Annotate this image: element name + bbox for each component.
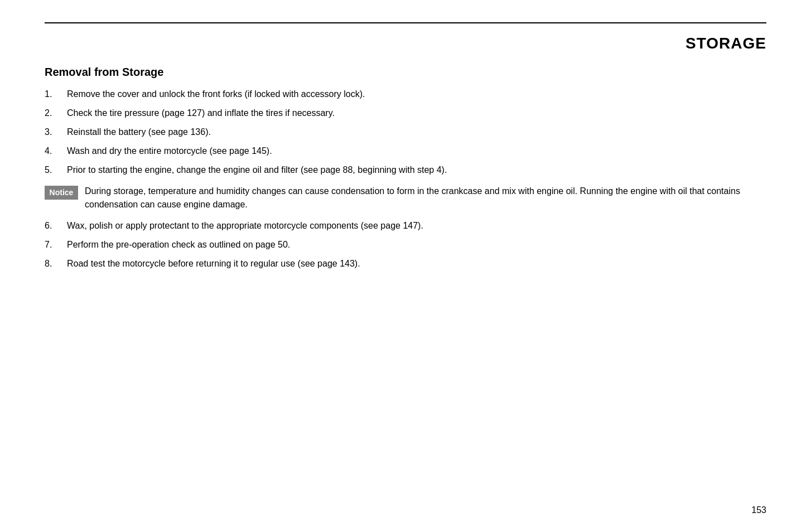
list-text: Wash and dry the entire motorcycle (see … bbox=[67, 144, 766, 158]
list-item: 4.Wash and dry the entire motorcycle (se… bbox=[45, 144, 766, 158]
list-item: 3.Reinstall the battery (see page 136). bbox=[45, 125, 766, 139]
list-text: Road test the motorcycle before returnin… bbox=[67, 257, 766, 270]
main-list: 1.Remove the cover and unlock the front … bbox=[45, 88, 766, 177]
list-text: Wax, polish or apply protectant to the a… bbox=[67, 219, 766, 233]
page-title: STORAGE bbox=[45, 35, 766, 52]
continued-list: 6.Wax, polish or apply protectant to the… bbox=[45, 219, 766, 270]
list-text: Remove the cover and unlock the front fo… bbox=[67, 88, 766, 101]
list-text: Check the tire pressure (page 127) and i… bbox=[67, 107, 766, 120]
list-number: 7. bbox=[45, 238, 67, 252]
page-number: 153 bbox=[751, 505, 766, 515]
list-item: 6.Wax, polish or apply protectant to the… bbox=[45, 219, 766, 233]
list-number: 3. bbox=[45, 125, 67, 139]
list-text: Prior to starting the engine, change the… bbox=[67, 163, 766, 177]
list-text: Perform the pre-operation check as outli… bbox=[67, 238, 766, 252]
list-number: 4. bbox=[45, 144, 67, 158]
list-number: 8. bbox=[45, 257, 67, 270]
list-text: Reinstall the battery (see page 136). bbox=[67, 125, 766, 139]
notice-text: During storage, temperature and humidity… bbox=[85, 185, 766, 211]
list-number: 2. bbox=[45, 107, 67, 120]
notice-badge: Notice bbox=[45, 186, 78, 200]
list-item: 8.Road test the motorcycle before return… bbox=[45, 257, 766, 270]
list-item: 7.Perform the pre-operation check as out… bbox=[45, 238, 766, 252]
list-item: 1.Remove the cover and unlock the front … bbox=[45, 88, 766, 101]
notice-block: Notice During storage, temperature and h… bbox=[45, 185, 766, 211]
list-item: 5.Prior to starting the engine, change t… bbox=[45, 163, 766, 177]
list-number: 1. bbox=[45, 88, 67, 101]
list-item: 2.Check the tire pressure (page 127) and… bbox=[45, 107, 766, 120]
page-container: STORAGE Removal from Storage 1.Remove th… bbox=[0, 0, 811, 532]
section-heading: Removal from Storage bbox=[45, 66, 766, 79]
list-number: 5. bbox=[45, 163, 67, 177]
list-number: 6. bbox=[45, 219, 67, 233]
top-border bbox=[45, 22, 766, 23]
